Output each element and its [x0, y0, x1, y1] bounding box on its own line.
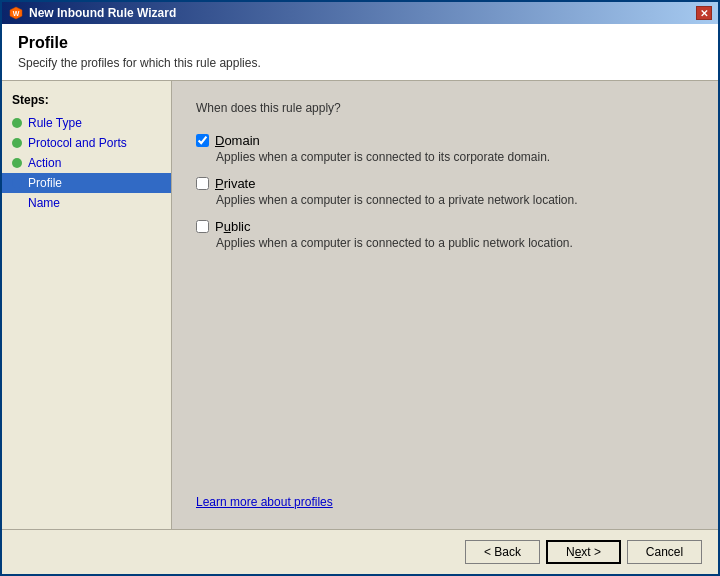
- sidebar-item-action[interactable]: Action: [2, 153, 171, 173]
- completed-dot: [12, 138, 22, 148]
- sidebar-item-rule-type[interactable]: Rule Type: [2, 113, 171, 133]
- option-group: Domain Applies when a computer is connec…: [196, 133, 694, 250]
- sidebar-item-label: Profile: [28, 176, 62, 190]
- domain-label[interactable]: Domain: [215, 133, 260, 148]
- cancel-button[interactable]: Cancel: [627, 540, 702, 564]
- private-description: Applies when a computer is connected to …: [216, 193, 694, 207]
- public-checkbox[interactable]: [196, 220, 209, 233]
- public-option: Public Applies when a computer is connec…: [196, 219, 694, 250]
- titlebar-left: W New Inbound Rule Wizard: [8, 5, 176, 21]
- sidebar-item-protocol-ports[interactable]: Protocol and Ports: [2, 133, 171, 153]
- sidebar-item-name[interactable]: Name: [2, 193, 171, 213]
- domain-checkbox[interactable]: [196, 134, 209, 147]
- footer: < Back Next > Cancel: [2, 529, 718, 574]
- next-label: Next >: [566, 545, 601, 559]
- titlebar: W New Inbound Rule Wizard ✕: [2, 2, 718, 24]
- learn-more-link[interactable]: Learn more about profiles: [196, 475, 694, 509]
- public-description: Applies when a computer is connected to …: [216, 236, 694, 250]
- completed-dot: [12, 118, 22, 128]
- svg-text:W: W: [13, 10, 20, 17]
- back-label: < Back: [484, 545, 521, 559]
- private-label[interactable]: Private: [215, 176, 255, 191]
- domain-description: Applies when a computer is connected to …: [216, 150, 694, 164]
- domain-option: Domain Applies when a computer is connec…: [196, 133, 694, 164]
- private-checkbox[interactable]: [196, 177, 209, 190]
- public-row: Public: [196, 219, 694, 234]
- sidebar-title: Steps:: [2, 89, 171, 113]
- sidebar-item-label: Rule Type: [28, 116, 82, 130]
- sidebar-item-label: Name: [28, 196, 60, 210]
- page-title: Profile: [18, 34, 702, 52]
- active-dot: [12, 178, 22, 188]
- private-option: Private Applies when a computer is conne…: [196, 176, 694, 207]
- domain-row: Domain: [196, 133, 694, 148]
- wizard-icon: W: [8, 5, 24, 21]
- sidebar-item-label: Action: [28, 156, 61, 170]
- next-button[interactable]: Next >: [546, 540, 621, 564]
- close-button[interactable]: ✕: [696, 6, 712, 20]
- header-section: Profile Specify the profiles for which t…: [2, 24, 718, 81]
- main-content: When does this rule apply? Domain Applie…: [172, 81, 718, 529]
- back-button[interactable]: < Back: [465, 540, 540, 564]
- public-label[interactable]: Public: [215, 219, 250, 234]
- sidebar: Steps: Rule Type Protocol and Ports Acti…: [2, 81, 172, 529]
- sidebar-item-label: Protocol and Ports: [28, 136, 127, 150]
- question-text: When does this rule apply?: [196, 101, 694, 115]
- cancel-label: Cancel: [646, 545, 683, 559]
- page-subtitle: Specify the profiles for which this rule…: [18, 56, 702, 70]
- private-row: Private: [196, 176, 694, 191]
- sidebar-item-profile[interactable]: Profile: [2, 173, 171, 193]
- wizard-window: W New Inbound Rule Wizard ✕ Profile Spec…: [0, 0, 720, 576]
- content-area: Steps: Rule Type Protocol and Ports Acti…: [2, 81, 718, 529]
- window-title: New Inbound Rule Wizard: [29, 6, 176, 20]
- completed-dot: [12, 158, 22, 168]
